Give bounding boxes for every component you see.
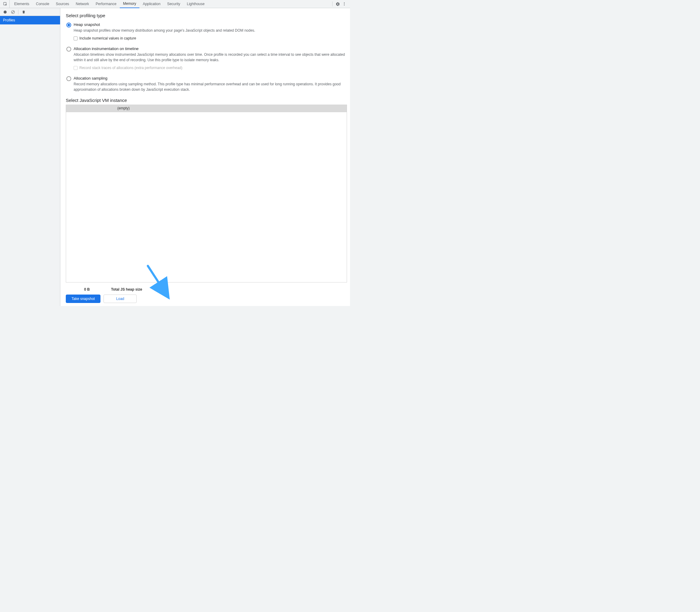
more-vertical-icon[interactable] [341,1,348,7]
tab-elements[interactable]: Elements [11,0,32,8]
inspect-element-icon[interactable] [1,0,10,8]
tab-performance[interactable]: Performance [92,0,120,8]
memory-panel: Select profiling type Heap snapshot Heap… [60,8,350,306]
load-button[interactable]: Load [104,294,137,303]
take-snapshot-button[interactable]: Take snapshot [66,294,100,303]
tab-application[interactable]: Application [139,0,164,8]
checkbox-icon [73,37,78,40]
profiling-type-title: Select profiling type [66,13,347,18]
vm-table-body [66,112,347,282]
radio-desc: Allocation timelines show instrumented J… [73,52,347,63]
trash-icon[interactable] [21,9,26,15]
tab-console[interactable]: Console [32,0,53,8]
record-icon[interactable] [2,9,8,15]
svg-point-1 [344,2,345,3]
tab-network[interactable]: Network [72,0,92,8]
checkbox-icon [73,66,78,70]
svg-line-6 [12,11,14,13]
heap-size-label: Total JS heap size [111,287,142,292]
radio-label: Heap snapshot [73,22,347,27]
tab-security[interactable]: Security [164,0,184,8]
clear-icon[interactable] [10,9,16,15]
tab-memory[interactable]: Memory [120,0,139,8]
radio-label: Allocation instrumentation on timeline [73,46,347,51]
tab-sources[interactable]: Sources [53,0,72,8]
radio-desc: Heap snapshot profiles show memory distr… [73,28,347,33]
heap-stats: 0 B Total JS heap size [66,287,347,292]
checkbox-record-stack: Record stack traces of allocations (extr… [73,66,347,70]
radio-heap-snapshot[interactable]: Heap snapshot Heap snapshot profiles sho… [66,22,347,44]
sidebar-item-label: Profiles [3,18,15,22]
radio-allocation-sampling[interactable]: Allocation sampling Record memory alloca… [66,76,347,92]
radio-label: Allocation sampling [73,76,347,81]
vm-table-header: (empty) [66,105,347,112]
devtools-tabbar: Elements Console Sources Network Perform… [0,0,350,8]
heap-size-value: 0 B [66,287,108,292]
svg-point-4 [4,11,6,14]
radio-icon [66,47,71,52]
radio-desc: Record memory allocations using sampling… [73,82,347,92]
profiles-sidebar: Profiles [0,8,60,306]
radio-icon [66,76,71,81]
checkbox-label: Include numerical values in capture [79,36,136,40]
checkbox-include-numerical[interactable]: Include numerical values in capture [73,36,347,40]
svg-point-3 [344,5,345,5]
radio-icon [66,23,71,27]
checkbox-label: Record stack traces of allocations (extr… [79,66,183,70]
radio-allocation-timeline[interactable]: Allocation instrumentation on timeline A… [66,46,347,73]
gear-icon[interactable] [334,1,341,7]
svg-point-2 [344,4,345,4]
vm-instance-title: Select JavaScript VM instance [66,98,347,103]
sidebar-item-profiles[interactable]: Profiles [0,16,60,25]
tab-lighthouse[interactable]: Lighthouse [184,0,208,8]
sidebar-toolbar [0,8,60,16]
vm-instance-table[interactable]: (empty) [66,105,347,282]
